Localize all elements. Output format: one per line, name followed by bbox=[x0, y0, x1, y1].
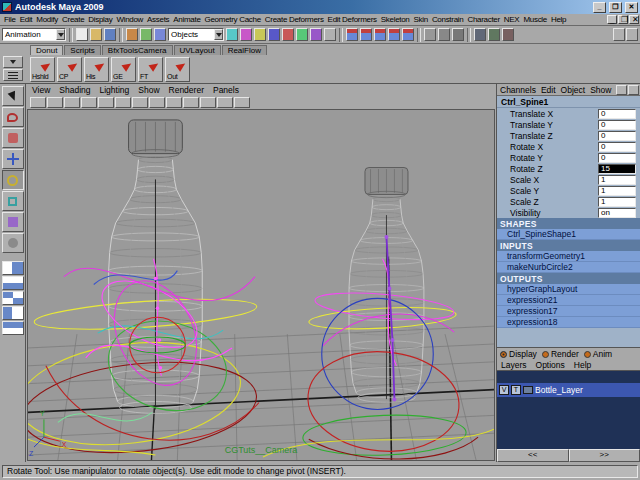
lock-camera-icon[interactable] bbox=[47, 97, 63, 108]
chevron-down-icon[interactable] bbox=[214, 29, 223, 40]
isolate-select-icon[interactable] bbox=[234, 97, 250, 108]
channel-speed-icon[interactable] bbox=[628, 85, 639, 95]
menu-nex[interactable]: NEX bbox=[502, 15, 522, 24]
shaded-mode-icon[interactable] bbox=[132, 97, 148, 108]
channel-row-rotate-y[interactable]: Rotate Y 0 bbox=[497, 152, 640, 163]
channel-value-field-selected[interactable]: 15 bbox=[598, 164, 636, 174]
separator[interactable] bbox=[119, 28, 123, 42]
panel-menu-renderer[interactable]: Renderer bbox=[169, 85, 204, 95]
menu-display[interactable]: Display bbox=[86, 15, 114, 24]
channel-value-field[interactable]: 0 bbox=[598, 120, 636, 130]
select-camera-icon[interactable] bbox=[30, 97, 46, 108]
viewport-canvas[interactable]: Y X Z bbox=[28, 110, 494, 460]
channel-value-field[interactable]: 1 bbox=[598, 197, 636, 207]
select-hierarchy-icon[interactable] bbox=[126, 28, 138, 41]
two-pane-layout-button[interactable] bbox=[2, 276, 24, 290]
channel-row-rotate-z[interactable]: Rotate Z 15 bbox=[497, 163, 640, 174]
mask-curves-icon[interactable] bbox=[254, 28, 266, 41]
channel-value-field[interactable]: 0 bbox=[598, 142, 636, 152]
mask-dynamics-icon[interactable] bbox=[296, 28, 308, 41]
radio-render[interactable]: Render bbox=[542, 349, 579, 359]
show-hide-ui-right-icon[interactable] bbox=[626, 28, 638, 41]
select-component-icon[interactable] bbox=[154, 28, 166, 41]
bookmark-icon[interactable] bbox=[81, 97, 97, 108]
separator[interactable] bbox=[69, 28, 73, 42]
menu-edit[interactable]: Edit bbox=[18, 15, 35, 24]
separator[interactable] bbox=[339, 28, 343, 42]
mask-handles-icon[interactable] bbox=[226, 28, 238, 41]
separator[interactable] bbox=[467, 28, 471, 42]
wireframe-mode-icon[interactable] bbox=[115, 97, 131, 108]
channel-value-field[interactable]: 0 bbox=[598, 109, 636, 119]
snap-point-icon[interactable] bbox=[374, 28, 386, 41]
scene-new-icon[interactable] bbox=[76, 28, 88, 41]
shelf-tab-donut[interactable]: Donut bbox=[30, 45, 63, 55]
shelf-tab-bfxtoolscamera[interactable]: BfxToolsCamera bbox=[102, 45, 173, 55]
channels-menu[interactable]: Channels bbox=[500, 85, 536, 95]
panel-menu-panels[interactable]: Panels bbox=[213, 85, 239, 95]
channel-value-field[interactable]: 0 bbox=[598, 131, 636, 141]
options-menu[interactable]: Options bbox=[536, 360, 565, 370]
menu-constrain[interactable]: Constrain bbox=[430, 15, 466, 24]
radio-anim[interactable]: Anim bbox=[584, 349, 612, 359]
channel-row-scale-z[interactable]: Scale Z 1 bbox=[497, 196, 640, 207]
paint-select-tool-icon[interactable] bbox=[2, 128, 24, 148]
channel-row-translate-z[interactable]: Translate Z 0 bbox=[497, 130, 640, 141]
input-connections-icon[interactable] bbox=[424, 28, 436, 41]
input-node-item[interactable]: makeNurbCircle2 bbox=[497, 262, 640, 273]
menu-file[interactable]: File bbox=[2, 15, 18, 24]
snap-projected-center-icon[interactable] bbox=[388, 28, 400, 41]
shelf-tab-scripts[interactable]: Scripts bbox=[64, 45, 100, 55]
output-node-item[interactable]: expression18 bbox=[497, 317, 640, 328]
shelf-button-cp[interactable]: CP bbox=[57, 57, 82, 82]
shelf-button-out[interactable]: Out bbox=[165, 57, 190, 82]
mdi-close-icon[interactable]: ✕ bbox=[629, 15, 639, 24]
rotate-tool-icon[interactable] bbox=[2, 170, 24, 190]
hypergraph-persp-layout-button[interactable] bbox=[2, 321, 24, 335]
channel-row-scale-y[interactable]: Scale Y 1 bbox=[497, 185, 640, 196]
separator[interactable] bbox=[417, 28, 421, 42]
output-connections-icon[interactable] bbox=[438, 28, 450, 41]
layers-menu[interactable]: Layers bbox=[501, 360, 527, 370]
four-pane-layout-button[interactable] bbox=[2, 291, 24, 305]
grid-toggle-icon[interactable] bbox=[217, 97, 233, 108]
mask-deformations-icon[interactable] bbox=[282, 28, 294, 41]
shelf-tab-arrow-icon[interactable] bbox=[3, 56, 23, 68]
selection-mask-selector[interactable]: Objects bbox=[168, 28, 224, 41]
output-node-item[interactable]: expression17 bbox=[497, 306, 640, 317]
minimize-button[interactable]: _ bbox=[593, 2, 606, 13]
show-menu[interactable]: Show bbox=[590, 85, 611, 95]
single-pane-layout-button[interactable] bbox=[2, 261, 24, 275]
pane-right-button[interactable]: >> bbox=[569, 449, 640, 462]
move-tool-icon[interactable] bbox=[2, 149, 24, 169]
shape-node-item[interactable]: Ctrl_SpineShape1 bbox=[497, 229, 640, 240]
channel-row-translate-y[interactable]: Translate Y 0 bbox=[497, 119, 640, 130]
mdi-minimize-icon[interactable]: _ bbox=[607, 15, 617, 24]
image-plane-icon[interactable] bbox=[98, 97, 114, 108]
menu-character[interactable]: Character bbox=[465, 15, 501, 24]
channel-value-field[interactable]: 1 bbox=[598, 175, 636, 185]
menu-create[interactable]: Create bbox=[60, 15, 86, 24]
layer-row-bottle-layer[interactable]: V T Bottle_Layer bbox=[497, 383, 640, 397]
maximize-button[interactable]: ❐ bbox=[609, 2, 622, 13]
render-settings-icon[interactable] bbox=[502, 28, 514, 41]
node-name[interactable]: Ctrl_Spine1 bbox=[497, 96, 640, 108]
construction-history-icon[interactable] bbox=[452, 28, 464, 41]
panel-menu-view[interactable]: View bbox=[32, 85, 50, 95]
radio-display[interactable]: Display bbox=[500, 349, 537, 359]
channel-row-translate-x[interactable]: Translate X 0 bbox=[497, 108, 640, 119]
menu-muscle[interactable]: Muscle bbox=[521, 15, 549, 24]
ipr-render-icon[interactable] bbox=[488, 28, 500, 41]
channel-row-scale-x[interactable]: Scale X 1 bbox=[497, 174, 640, 185]
shelf-tab-realflow[interactable]: RealFlow bbox=[222, 45, 267, 55]
panel-menu-show[interactable]: Show bbox=[138, 85, 159, 95]
render-current-frame-icon[interactable] bbox=[474, 28, 486, 41]
menu-animate[interactable]: Animate bbox=[171, 15, 202, 24]
menu-modify[interactable]: Modify bbox=[34, 15, 60, 24]
menu-geometry-cache[interactable]: Geometry Cache bbox=[203, 15, 263, 24]
channel-manipulator-icon[interactable] bbox=[616, 85, 627, 95]
menu-set-selector[interactable]: Animation bbox=[2, 28, 66, 41]
shelf-tab-uvlayout[interactable]: UVLayout bbox=[174, 45, 221, 55]
film-gate-icon[interactable] bbox=[200, 97, 216, 108]
lasso-tool-icon[interactable] bbox=[2, 107, 24, 127]
